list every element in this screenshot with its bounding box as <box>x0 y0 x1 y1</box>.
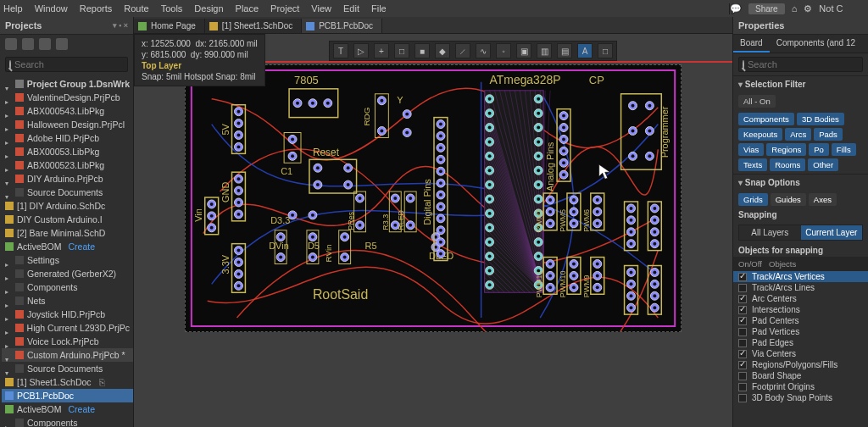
tree-row[interactable]: ABX00053.LibPkg <box>2 145 133 158</box>
tool-drc[interactable]: ▣ <box>516 43 531 58</box>
pcb-toolbar[interactable]: T ▷ + □ ■ ◆ ⟋ ∿ ◦ ▣ ▥ ▤ A □ <box>329 41 617 61</box>
filter-po[interactable]: Po <box>809 143 829 156</box>
filter-components[interactable]: Components <box>738 113 794 125</box>
tool-text-a[interactable]: A <box>577 43 593 58</box>
prop-tab-components[interactable]: Components (and 12 <box>770 35 862 53</box>
properties-search[interactable] <box>738 57 863 72</box>
snapchip-axes[interactable]: Axes <box>809 193 837 206</box>
menu-design[interactable]: Design <box>194 3 223 14</box>
tree-row[interactable]: Project Group 1.DsnWrk <box>2 77 133 91</box>
project-tree[interactable]: Project Group 1.DsnWrkValentineDesign.Pr… <box>0 75 133 427</box>
comment-icon[interactable]: 💬 <box>730 3 742 14</box>
tool-route[interactable]: □ <box>394 43 409 58</box>
refresh-icon[interactable] <box>39 38 51 50</box>
snap-object-list[interactable]: Track/Arcs VerticesTrack/Arcs LinesArc C… <box>733 271 868 403</box>
search-input[interactable] <box>748 59 865 69</box>
section-selection-filter[interactable]: Selection Filter <box>733 75 868 92</box>
share-button[interactable]: Share <box>748 3 785 14</box>
snap-arc-centers[interactable]: Arc Centers <box>733 293 868 304</box>
snap-track-arcs-lines[interactable]: Track/Arcs Lines <box>733 282 868 293</box>
section-snap-options[interactable]: Snap Options <box>733 174 868 191</box>
menu-reports[interactable]: Reports <box>80 3 113 14</box>
tree-row[interactable]: ActiveBOMCreate <box>2 240 133 253</box>
menu-view[interactable]: View <box>311 3 331 14</box>
tool-grid[interactable]: ▥ <box>537 43 552 58</box>
tree-row[interactable]: High Current L293D.PrjPc <box>2 321 133 335</box>
tree-row[interactable]: ActiveBOMCreate <box>2 402 133 416</box>
tab-home[interactable]: Home Page <box>134 19 205 33</box>
tool-via[interactable]: ■ <box>415 43 430 58</box>
prop-tab-board[interactable]: Board <box>733 35 770 53</box>
tree-row[interactable]: ValentineDesign.PrjPcb <box>2 91 133 104</box>
tool-plus[interactable]: + <box>374 43 389 58</box>
snapchip-guides[interactable]: Guides <box>771 193 806 206</box>
tree-row[interactable]: PCB1.PcbDoc <box>2 389 133 402</box>
projects-search[interactable] <box>5 57 128 72</box>
snap-pad-edges[interactable]: Pad Edges <box>733 337 868 348</box>
snap-pad-centers[interactable]: Pad Centers <box>733 315 868 326</box>
filter-all-on[interactable]: All - On <box>738 95 776 108</box>
tool-dim[interactable]: ⟋ <box>455 43 470 58</box>
tool-icon[interactable] <box>56 38 68 50</box>
tool-poly[interactable]: ◆ <box>435 43 450 58</box>
snap-track-arcs-vertices[interactable]: Track/Arcs Vertices <box>733 271 868 282</box>
filter-other[interactable]: Other <box>808 158 838 171</box>
tree-row[interactable]: DIY Custom Arduino.I <box>2 213 133 226</box>
snap-3d-body-snap-points[interactable]: 3D Body Snap Points <box>733 392 868 403</box>
tab-schematic[interactable]: [1] Sheet1.SchDoc <box>205 19 302 33</box>
snap-via-centers[interactable]: Via Centers <box>733 348 868 359</box>
tool-probe[interactable]: ◦ <box>496 43 511 58</box>
menu-route[interactable]: Route <box>124 3 148 14</box>
menu-project[interactable]: Project <box>270 3 299 14</box>
tree-row[interactable]: [1] DIY Arduino.SchDc <box>2 199 133 213</box>
tool-icon[interactable] <box>5 38 17 50</box>
filter-vias[interactable]: Vias <box>738 143 764 156</box>
tree-row[interactable]: [2] Bare Minimal.SchD <box>2 226 133 240</box>
menu-place[interactable]: Place <box>236 3 259 14</box>
seg-current-layer[interactable]: Current Layer <box>801 225 863 240</box>
filter-rooms[interactable]: Rooms <box>770 158 805 171</box>
tree-row[interactable]: DIY Arduino.PrjPcb <box>2 172 133 186</box>
snap-intersections[interactable]: Intersections <box>733 304 868 315</box>
filter-keepouts[interactable]: Keepouts <box>738 128 782 141</box>
tree-row[interactable]: [1] Sheet1.SchDoc ⎘ <box>2 375 133 389</box>
tab-pcb[interactable]: PCB1.PcbDoc <box>302 19 382 33</box>
home-icon[interactable]: ⌂ <box>792 3 798 14</box>
prop-tabs[interactable]: Board Components (and 12 <box>733 35 868 53</box>
tree-row[interactable]: Halloween Design.PrjPcl <box>2 118 133 131</box>
tree-row[interactable]: Custom Arduino.PrjPcb * <box>2 348 133 362</box>
tool-select[interactable]: T <box>333 43 348 58</box>
tool-text[interactable]: ∿ <box>476 43 491 58</box>
tree-row[interactable]: Generated (GerberX2) <box>2 267 133 280</box>
tool-layer[interactable]: ▤ <box>557 43 572 58</box>
menu-help[interactable]: Help <box>3 3 23 14</box>
snap-board-shape[interactable]: Board Shape <box>733 370 868 381</box>
tree-row[interactable]: Source Documents <box>2 186 133 199</box>
filter-pads[interactable]: Pads <box>814 128 843 141</box>
search-input[interactable] <box>14 59 131 69</box>
tree-row[interactable]: Source Documents <box>2 362 133 375</box>
filter-texts[interactable]: Texts <box>738 158 767 171</box>
snap-chips[interactable]: GridsGuidesAxes <box>733 191 868 208</box>
tree-row[interactable]: Components <box>2 280 133 294</box>
tree-row[interactable]: Joystick HID.PrjPcb <box>2 308 133 321</box>
snap-pad-vertices[interactable]: Pad Vertices <box>733 326 868 337</box>
menu-edit[interactable]: Edit <box>343 3 359 14</box>
seg-all-layers[interactable]: All Layers <box>739 225 801 240</box>
pcb-canvas[interactable]: 5VGNDVin3.3V7805C1ResetRDGYPResR3.3RLEDD… <box>185 64 682 332</box>
tree-row[interactable]: ABX000543.LibPkg <box>2 104 133 118</box>
document-tabs[interactable]: Home Page [1] Sheet1.SchDoc PCB1.PcbDoc <box>134 17 732 34</box>
tree-row[interactable]: Adobe HID.PrjPcb <box>2 131 133 145</box>
filter-arcs[interactable]: Arcs <box>785 128 811 141</box>
tree-row[interactable]: Settings <box>2 253 133 267</box>
main-menu[interactable]: HelpWindowReportsRouteToolsDesignPlacePr… <box>0 0 868 17</box>
tree-row[interactable]: Nets <box>2 294 133 308</box>
snapchip-grids[interactable]: Grids <box>738 193 768 206</box>
pin-icon[interactable]: ▾ ▪ × <box>113 21 128 30</box>
projects-toolbar[interactable] <box>0 35 133 53</box>
filter-fills[interactable]: Fills <box>832 143 856 156</box>
menu-tools[interactable]: Tools <box>161 3 183 14</box>
filter-regions[interactable]: Regions <box>766 143 806 156</box>
tree-row[interactable]: ABX000523.LibPkg <box>2 158 133 172</box>
snap-footprint-origins[interactable]: Footprint Origins <box>733 381 868 392</box>
